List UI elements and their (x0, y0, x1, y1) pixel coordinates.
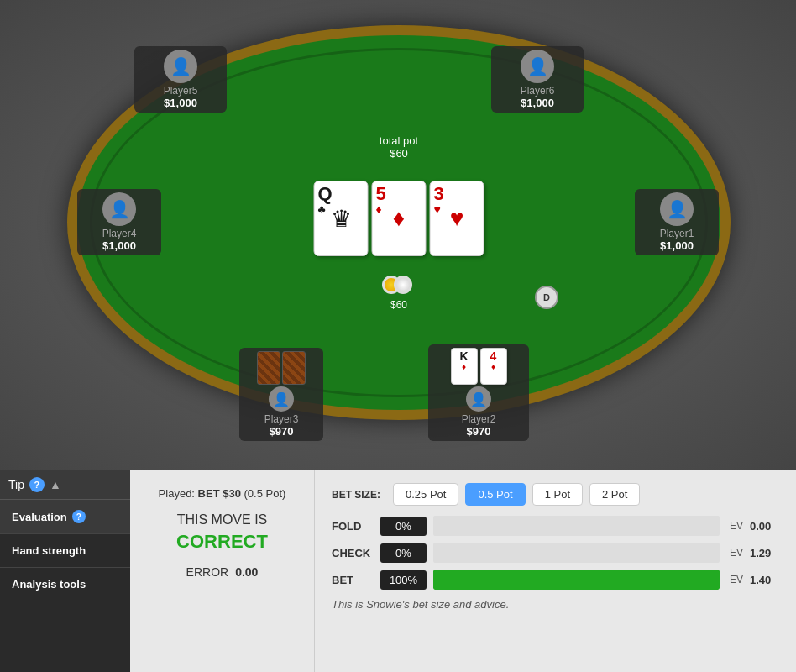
chips-amount: $60 (382, 299, 416, 311)
player3-stack: $970 (248, 425, 315, 438)
error-value: 0.00 (235, 565, 258, 579)
main-content: Played: BET $30 (0.5 Pot) THIS MOVE IS C… (130, 470, 796, 672)
bottom-panel: Tip ? ▲ Evaluation ? Hand strength Analy… (0, 470, 796, 672)
sidebar-item-analysis-tools[interactable]: Analysis tools (0, 568, 130, 601)
player6-avatar: 👤 (521, 50, 554, 83)
action-row-bet: BET 100% EV 1.40 (332, 570, 779, 590)
played-action: BET $30 (198, 487, 241, 500)
sidebar-item-evaluation[interactable]: Evaluation ? (0, 500, 130, 534)
bet-size-label: BET SIZE: (332, 489, 386, 501)
check-label: CHECK (332, 547, 374, 559)
total-pot-amount: $60 (380, 147, 418, 160)
bet-btn-2[interactable]: 2 Pot (589, 483, 640, 506)
action-row-fold: FOLD 0% EV 0.00 (332, 516, 779, 536)
played-label: Played: BET $30 (0.5 Pot) (147, 487, 297, 500)
community-card-2: 3 ♥ ♥ (430, 181, 484, 256)
player3-cards (248, 351, 315, 385)
player3-card-1 (257, 351, 280, 385)
fold-label: FOLD (332, 520, 374, 533)
player4-avatar: 👤 (102, 192, 136, 226)
player6-name: Player6 (500, 85, 575, 97)
player6-box: 👤 Player6 $1,000 (491, 46, 584, 113)
move-result: CORRECT (147, 531, 297, 553)
bet-btn-025[interactable]: 0.25 Pot (393, 483, 458, 506)
player4-name: Player4 (86, 228, 153, 239)
move-label: THIS MOVE IS (147, 512, 297, 528)
player2-box: K ♦ 4 ♦ 👤 Player2 $970 (428, 344, 529, 441)
player2-name: Player2 (437, 413, 521, 425)
bet-bar (433, 570, 720, 590)
community-card-1: 5 ♦ ♦ (372, 181, 427, 256)
community-card-0: Q ♣ ♛ (314, 181, 369, 256)
player5-name: Player5 (143, 85, 218, 97)
player2-stack: $970 (437, 425, 521, 438)
bet-label: BET (332, 574, 374, 586)
tip-bar: Tip ? ▲ (0, 470, 130, 500)
check-ev-label: EV (726, 547, 743, 559)
player2-avatar: 👤 (466, 386, 491, 412)
check-ev-value: 1.29 (750, 547, 779, 559)
evaluation-help-icon[interactable]: ? (72, 510, 86, 523)
dealer-button: D (535, 286, 558, 309)
player3-name: Player3 (248, 413, 315, 425)
bet-pct: 100% (380, 570, 427, 590)
player6-stack: $1,000 (500, 97, 575, 109)
player2-cards: K ♦ 4 ♦ (437, 348, 521, 385)
player1-stack: $1,000 (643, 239, 710, 252)
error-label: ERROR (186, 565, 229, 579)
eval-panel: Played: BET $30 (0.5 Pot) THIS MOVE IS C… (130, 470, 315, 672)
tip-arrow: ▲ (50, 478, 61, 491)
player1-name: Player1 (643, 228, 710, 239)
fold-ev-value: 0.00 (750, 520, 779, 533)
bet-ev-value: 1.40 (750, 574, 779, 586)
total-pot: total pot $60 (380, 134, 418, 160)
fold-bar-container (433, 516, 720, 536)
player4-stack: $1,000 (86, 239, 153, 252)
player3-box: 👤 Player3 $970 (239, 348, 323, 441)
total-pot-label: total pot (380, 134, 418, 147)
tip-help-icon[interactable]: ? (29, 477, 45, 492)
error-row: ERROR 0.00 (147, 565, 297, 579)
player3-avatar: 👤 (269, 386, 294, 412)
sidebar-item-hand-strength[interactable]: Hand strength (0, 534, 130, 568)
fold-ev-label: EV (726, 520, 743, 532)
player2-card-k: K ♦ (451, 348, 478, 385)
player4-box: 👤 Player4 $1,000 (77, 189, 161, 255)
player1-box: 👤 Player1 $1,000 (635, 189, 719, 255)
bet-ev-label: EV (726, 574, 743, 585)
player5-stack: $1,000 (143, 97, 218, 109)
bet-btn-1[interactable]: 1 Pot (532, 483, 583, 506)
check-bar-container (433, 543, 720, 563)
hand-strength-label: Hand strength (12, 544, 86, 557)
bet-bar-container (433, 570, 720, 590)
analysis-panel: BET SIZE: 0.25 Pot 0.5 Pot 1 Pot 2 Pot F… (315, 470, 796, 672)
bet-btn-05[interactable]: 0.5 Pot (465, 483, 525, 506)
community-cards: Q ♣ ♛ 5 ♦ ♦ 3 ♥ ♥ (314, 181, 484, 256)
table-area: OWIE total pot $60 Q ♣ ♛ 5 ♦ ♦ (0, 0, 796, 470)
check-pct: 0% (380, 543, 427, 563)
fold-pct: 0% (380, 517, 427, 536)
sidebar: Tip ? ▲ Evaluation ? Hand strength Analy… (0, 470, 130, 672)
evaluation-label: Evaluation (12, 511, 67, 523)
analysis-tools-label: Analysis tools (12, 578, 86, 591)
action-row-check: CHECK 0% EV 1.29 (332, 543, 779, 563)
bet-size-row: BET SIZE: 0.25 Pot 0.5 Pot 1 Pot 2 Pot (332, 483, 779, 506)
player3-card-2 (282, 351, 306, 385)
player5-box: 👤 Player5 $1,000 (134, 46, 227, 113)
player5-avatar: 👤 (164, 50, 197, 83)
chips-area: $60 (382, 276, 416, 311)
player2-card-4: 4 ♦ (480, 348, 507, 385)
player1-avatar: 👤 (660, 192, 694, 226)
snowie-advice: This is Snowie's bet size and advice. (332, 598, 779, 611)
tip-label: Tip (8, 478, 24, 491)
